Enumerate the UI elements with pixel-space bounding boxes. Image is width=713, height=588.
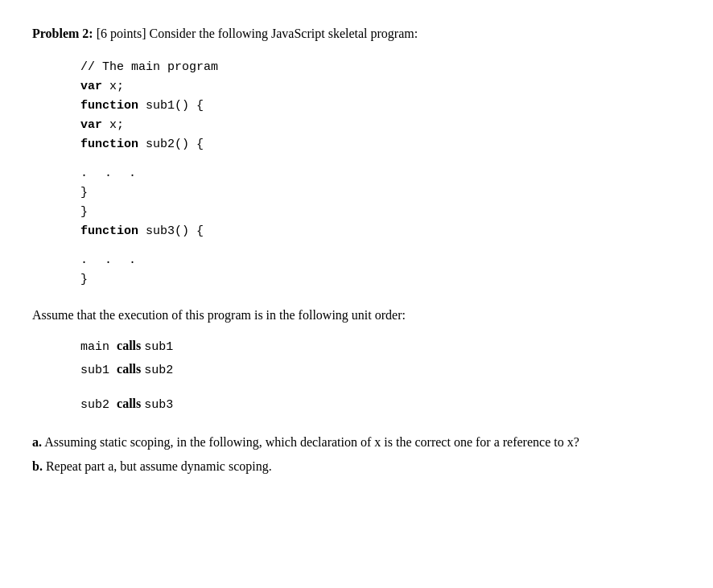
question-b: b. Repeat part a, but assume dynamic sco…	[32, 456, 681, 477]
question-a-label: a.	[32, 435, 42, 449]
code-line-close3: }	[80, 270, 681, 290]
calls-spacer	[80, 381, 681, 393]
code-var1-rest: x;	[102, 80, 124, 93]
calls-target-2: sub2	[144, 364, 173, 377]
code-line-var2: var x;	[80, 116, 681, 135]
kw-function2: function	[80, 138, 138, 151]
dots2: . . .	[80, 253, 141, 267]
dots1: . . .	[80, 167, 141, 180]
code-function1-rest: sub1() {	[138, 99, 204, 113]
code-line-close1: }	[80, 183, 681, 203]
code-spacer2	[80, 241, 681, 251]
problem-description: Consider the following JavaScript skelet…	[149, 27, 418, 40]
assume-text-content: Assume that the execution of this progra…	[32, 308, 406, 322]
calls-kw-2: calls	[117, 362, 144, 376]
calls-line-1: main calls sub1	[80, 335, 681, 358]
calls-line-3: sub2 calls sub3	[80, 393, 681, 416]
close1: }	[80, 186, 88, 199]
question-a: a. Assuming static scoping, in the follo…	[32, 432, 681, 453]
kw-function1: function	[80, 99, 138, 113]
calls-unit-1: main	[80, 340, 109, 354]
kw-var2: var	[80, 118, 102, 132]
questions-block: a. Assuming static scoping, in the follo…	[32, 432, 681, 476]
calls-unit-2: sub1	[80, 364, 109, 377]
code-line-function2: function sub2() {	[80, 135, 681, 154]
assume-text: Assume that the execution of this progra…	[32, 306, 681, 325]
calls-block: main calls sub1 sub1 calls sub2 sub2 cal…	[80, 335, 681, 416]
question-b-label: b.	[32, 459, 43, 473]
code-line-function3: function sub3() {	[80, 222, 681, 241]
calls-target-3: sub3	[144, 398, 173, 412]
question-a-text: Assuming static scoping, in the followin…	[44, 435, 579, 449]
problem-container: Problem 2: [6 points] Consider the follo…	[32, 24, 681, 476]
problem-number: Problem 2:	[32, 27, 93, 40]
code-line-function1: function sub1() {	[80, 97, 681, 116]
problem-header: Problem 2: [6 points] Consider the follo…	[32, 24, 681, 43]
close2: }	[80, 205, 88, 219]
code-line-dots2: . . .	[80, 251, 681, 270]
code-line-close2: }	[80, 203, 681, 222]
code-spacer1	[80, 154, 681, 164]
question-b-text: Repeat part a, but assume dynamic scopin…	[46, 459, 272, 473]
code-function3-rest: sub3() {	[138, 224, 204, 238]
problem-points: [6 points]	[97, 27, 146, 40]
kw-function3: function	[80, 224, 138, 238]
comment-text: // The main program	[80, 60, 218, 74]
code-function2-rest: sub2() {	[138, 138, 204, 151]
close3: }	[80, 273, 88, 286]
code-block: // The main program var x; function sub1…	[80, 58, 681, 290]
calls-kw-3: calls	[117, 397, 144, 410]
kw-var1: var	[80, 80, 102, 93]
code-line-dots1: . . .	[80, 164, 681, 183]
calls-line-2: sub1 calls sub2	[80, 358, 681, 381]
code-var2-rest: x;	[102, 118, 124, 132]
calls-kw-1: calls	[117, 339, 144, 352]
code-line-comment: // The main program	[80, 58, 681, 77]
calls-unit-3: sub2	[80, 398, 109, 412]
code-line-var1: var x;	[80, 77, 681, 97]
calls-target-1: sub1	[144, 340, 173, 354]
